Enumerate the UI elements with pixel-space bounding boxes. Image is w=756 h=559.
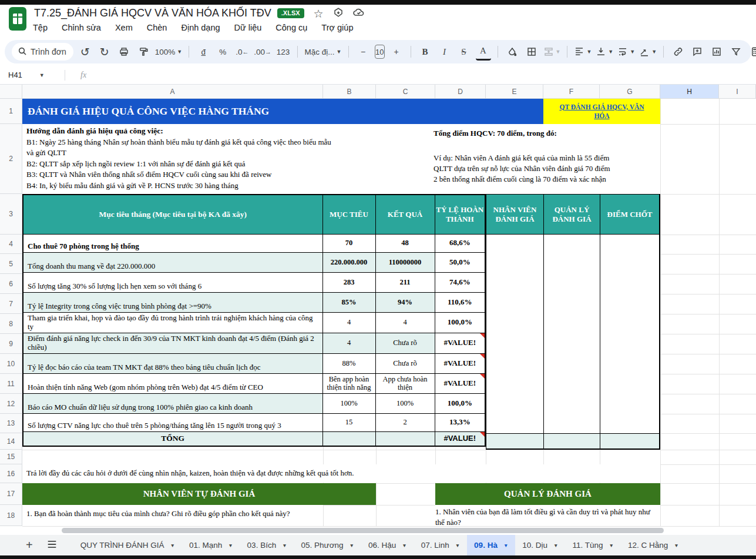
text-wrap-button[interactable]: ▼ bbox=[617, 44, 635, 59]
tab-menu-icon[interactable]: ▼ bbox=[350, 543, 354, 548]
total-label[interactable]: TỔNG bbox=[23, 431, 322, 446]
cell-result[interactable]: App chưa hoàn thiện bbox=[375, 373, 435, 393]
cell-goal[interactable]: Hoàn thiện tính năng Web (gom nhóm phòng… bbox=[23, 373, 322, 393]
format-currency-button[interactable]: đ bbox=[196, 44, 211, 59]
horizontal-align-button[interactable]: ▼ bbox=[574, 44, 592, 59]
increase-font-size-button[interactable]: + bbox=[389, 44, 404, 59]
row-header-16[interactable]: 16 bbox=[0, 464, 22, 483]
total-target[interactable] bbox=[322, 431, 375, 446]
header-result[interactable]: KẾT QUẢ bbox=[375, 195, 435, 234]
undo-button[interactable]: ↺ bbox=[78, 44, 93, 59]
font-selector[interactable]: Mặc đị...▼ bbox=[304, 44, 342, 59]
row-header-15[interactable]: 15 bbox=[0, 450, 22, 464]
add-shortcut-icon[interactable] bbox=[333, 7, 344, 21]
cell-target[interactable]: 4 bbox=[322, 312, 375, 333]
cell-goal[interactable]: Tỷ lệ Integrity trong công việc trung bì… bbox=[23, 292, 322, 312]
cell-target[interactable]: 15 bbox=[322, 413, 375, 431]
sheet-tab-07. Linh[interactable]: 07. Linh▼ bbox=[414, 535, 467, 555]
cell-target[interactable]: 4 bbox=[322, 333, 375, 353]
print-button[interactable] bbox=[116, 44, 132, 59]
row-header-13[interactable]: 13 bbox=[0, 414, 22, 433]
cell-rate[interactable]: 13,3% bbox=[435, 413, 485, 431]
tab-menu-icon[interactable]: ▼ bbox=[228, 543, 233, 548]
text-rotation-button[interactable]: ▼ bbox=[639, 44, 657, 59]
menu-insert[interactable]: Chèn bbox=[147, 23, 167, 37]
row-header-8[interactable]: 8 bbox=[0, 314, 22, 334]
sheet-tab-12. C Hằng[interactable]: 12. C Hằng▼ bbox=[621, 535, 686, 555]
tab-menu-icon[interactable]: ▼ bbox=[282, 543, 287, 548]
row-header-18[interactable]: 18 bbox=[0, 505, 22, 526]
total-manager-eval[interactable] bbox=[543, 433, 600, 450]
process-link[interactable]: QT ĐÁNH GIÁ HQCV, VĂN HÓA bbox=[552, 103, 652, 120]
cell-goal[interactable]: Tỷ lệ đọc báo cáo của team TN MKT đạt 88… bbox=[23, 353, 322, 373]
header-manager-eval[interactable]: QUẢN LÝ ĐÁNH GIÁ bbox=[543, 194, 600, 235]
header-target[interactable]: MỤC TIÊU bbox=[322, 195, 375, 234]
self-eval-question-1[interactable]: 1. Bạn đã hoàn thành mục tiêu của mình c… bbox=[22, 505, 323, 526]
instructions-area[interactable]: Hướng dẫn đánh giá hiệu quả công việc: B… bbox=[22, 124, 660, 194]
document-status-cloud-icon[interactable] bbox=[353, 7, 365, 21]
cell-target[interactable]: 70 bbox=[322, 234, 375, 252]
font-size-input[interactable]: 10 bbox=[375, 45, 384, 59]
sheet-tab-01. Mạnh[interactable]: 01. Mạnh▼ bbox=[182, 535, 240, 555]
menu-help[interactable]: Trợ giúp bbox=[321, 23, 353, 37]
italic-button[interactable]: I bbox=[437, 44, 452, 59]
row-header-14[interactable]: 14 bbox=[0, 433, 22, 450]
document-title[interactable]: T7.25_ĐÁNH GIÁ HQCV VÀ VĂN HÓA KHỐI TĐV bbox=[34, 7, 271, 19]
row-header-12[interactable]: 12 bbox=[0, 394, 22, 414]
row-header-3[interactable]: 3 bbox=[0, 194, 22, 235]
column-header-B[interactable]: B bbox=[323, 85, 376, 99]
row-header-4[interactable]: 4 bbox=[0, 235, 22, 254]
add-sheet-button[interactable]: + bbox=[26, 538, 33, 552]
row-header-10[interactable]: 10 bbox=[0, 354, 22, 374]
more-formats-button[interactable]: 123 bbox=[275, 44, 291, 59]
cell-rate[interactable]: 68,6% bbox=[435, 234, 485, 252]
cell-rate[interactable]: 50,0% bbox=[435, 252, 485, 272]
sheet-tab-03. Bích[interactable]: 03. Bích▼ bbox=[240, 535, 294, 555]
strikethrough-button[interactable]: S bbox=[456, 44, 472, 59]
all-sheets-icon[interactable] bbox=[47, 540, 57, 551]
column-header-F[interactable]: F bbox=[543, 85, 600, 99]
cell-final-score[interactable] bbox=[600, 234, 660, 434]
sheet-title-banner[interactable]: ĐÁNH GIÁ HIỆU QUẢ CÔNG VIỆC HÀNG THÁNG bbox=[22, 99, 543, 124]
cell-result[interactable]: 2 bbox=[375, 413, 435, 431]
cell-rate[interactable]: 100,0% bbox=[435, 312, 485, 333]
cell-goal[interactable]: Báo cáo MO chuẩn dữ liệu sử dụng trong 1… bbox=[23, 393, 322, 413]
row-header-6[interactable]: 6 bbox=[0, 274, 22, 294]
functions-button[interactable] bbox=[748, 44, 756, 59]
insert-comment-button[interactable] bbox=[690, 44, 705, 59]
insert-link-button[interactable] bbox=[670, 44, 686, 59]
row-header-7[interactable]: 7 bbox=[0, 294, 22, 314]
decrease-decimals-button[interactable]: .0← bbox=[234, 44, 250, 59]
cell-result[interactable]: Chưa rõ bbox=[375, 333, 435, 353]
zoom-control[interactable]: 100%▼ bbox=[155, 44, 182, 59]
menu-tools[interactable]: Công cụ bbox=[275, 23, 307, 37]
cell-rate[interactable]: 100,0% bbox=[435, 393, 485, 413]
text-color-button[interactable]: A bbox=[476, 43, 491, 61]
menu-edit[interactable]: Chỉnh sửa bbox=[62, 23, 101, 37]
sheet-tab-06. Hậu[interactable]: 06. Hậu▼ bbox=[361, 535, 414, 555]
total-rate[interactable]: #VALUE! bbox=[435, 431, 485, 446]
name-box[interactable]: H41 ▼ bbox=[0, 71, 60, 79]
tab-menu-icon[interactable]: ▼ bbox=[170, 543, 174, 548]
cell-target[interactable]: 85% bbox=[322, 292, 375, 312]
sheet-tab-QUY TRÌNH ĐÁNH GIÁ[interactable]: QUY TRÌNH ĐÁNH GIÁ▼ bbox=[73, 535, 182, 555]
cell-target[interactable]: 100% bbox=[322, 393, 375, 413]
cell-goal[interactable]: Tham gia triển khai, họp và đào tạo đầy … bbox=[23, 312, 322, 333]
tab-menu-icon[interactable]: ▼ bbox=[674, 543, 678, 548]
column-header-A[interactable]: A bbox=[22, 85, 323, 99]
cell-result[interactable]: Chưa rõ bbox=[375, 353, 435, 373]
tab-menu-icon[interactable]: ▼ bbox=[503, 543, 508, 548]
cell-manager-eval[interactable] bbox=[543, 234, 600, 434]
column-header-D[interactable]: D bbox=[435, 85, 486, 99]
cell-rate[interactable]: 110,6% bbox=[435, 292, 485, 312]
column-header-H[interactable]: H bbox=[660, 85, 719, 99]
column-header-C[interactable]: C bbox=[376, 85, 435, 99]
process-link-cell[interactable]: QT ĐÁNH GIÁ HQCV, VĂN HÓA bbox=[543, 99, 660, 124]
fill-color-button[interactable] bbox=[505, 44, 520, 59]
sheet-tab-10. Dịu[interactable]: 10. Dịu▼ bbox=[515, 535, 565, 555]
tab-menu-icon[interactable]: ▼ bbox=[455, 543, 460, 548]
column-header-E[interactable]: E bbox=[486, 85, 543, 99]
cell-target[interactable]: 88% bbox=[322, 353, 375, 373]
insert-chart-button[interactable] bbox=[709, 44, 724, 59]
cell-result[interactable]: 110000000 bbox=[375, 252, 435, 272]
